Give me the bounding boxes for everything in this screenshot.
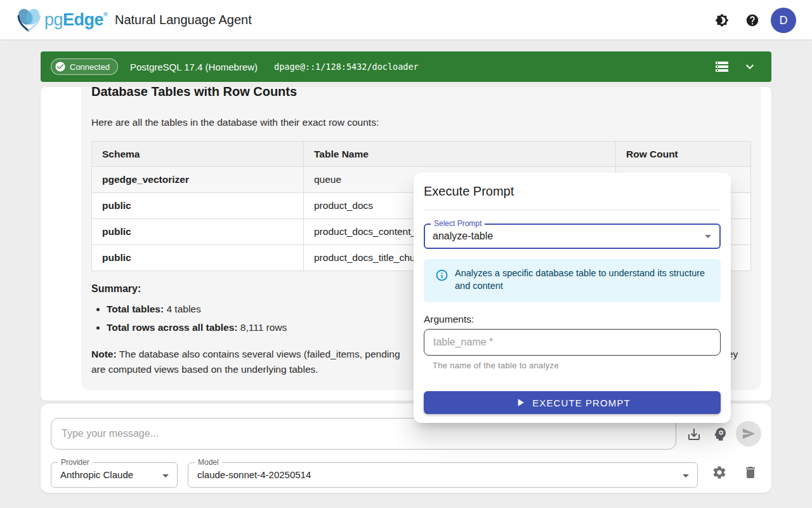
cell-schema: public [92, 219, 304, 245]
storage-icon[interactable] [714, 59, 730, 74]
model-value: claude-sonnet-4-20250514 [197, 463, 311, 487]
select-prompt-dropdown[interactable]: Select Prompt analyze-table [424, 224, 721, 249]
provider-select[interactable]: Provider Anthropic Claude [51, 462, 178, 488]
check-circle-icon [55, 61, 66, 72]
send-icon [742, 427, 756, 441]
dropdown-caret-icon [158, 468, 173, 483]
download-icon[interactable] [686, 427, 702, 442]
connection-string: dpage@::1/128:5432/docloader [274, 62, 419, 72]
message-heading: Database Tables with Row Counts [91, 87, 297, 99]
cell-schema: public [92, 245, 304, 271]
server-version-label: PostgreSQL 17.4 (Homebrew) [130, 62, 258, 72]
column-header-row-count: Row Count [616, 142, 751, 167]
summary-section: Summary: Total tables: 4 tables Total ro… [91, 283, 287, 340]
psychology-icon[interactable] [712, 426, 728, 442]
connection-status-label: Connected [70, 62, 110, 72]
dialog-divider [424, 210, 721, 210]
message-intro: Here are all the tables in the database … [91, 117, 379, 128]
table-name-field[interactable] [424, 329, 721, 356]
summary-title: Summary: [91, 283, 287, 295]
prompt-description-text: Analyzes a specific database table to un… [455, 267, 714, 292]
dropdown-caret-icon [678, 468, 693, 483]
arguments-label: Arguments: [424, 314, 474, 325]
pgedge-logo-text: pgEdge® [44, 10, 107, 30]
dropdown-caret-icon [700, 229, 716, 244]
trash-icon[interactable] [743, 465, 758, 480]
execute-prompt-button[interactable]: EXECUTE PROMPT [424, 391, 721, 414]
avatar[interactable]: D [771, 8, 796, 33]
column-header-schema: Schema [92, 142, 304, 167]
cell-schema: pgedge_vectorizer [92, 167, 304, 193]
pgedge-logo: pgEdge® [15, 6, 107, 34]
chevron-down-icon[interactable] [742, 59, 757, 74]
pgedge-heart-icon [15, 6, 43, 34]
app-header: pgEdge® Natural Language Agent D [0, 0, 812, 40]
provider-value: Anthropic Claude [60, 463, 133, 487]
summary-bullet: Total tables: 4 tables [107, 304, 287, 315]
send-button[interactable] [736, 421, 761, 446]
execute-prompt-dialog: Execute Prompt Select Prompt analyze-tab… [414, 173, 731, 423]
table-name-helper-text: The name of the table to analyze [433, 361, 559, 370]
summary-bullet: Total rows across all tables: 8,111 rows [107, 322, 287, 333]
play-icon [514, 396, 527, 409]
dialog-title: Execute Prompt [424, 184, 514, 199]
info-icon [435, 269, 449, 282]
column-header-table-name: Table Name [304, 142, 616, 167]
page-title: Natural Language Agent [115, 0, 252, 40]
model-select[interactable]: Model claude-sonnet-4-20250514 [188, 462, 698, 488]
cell-schema: public [92, 193, 304, 219]
prompt-description-alert: Analyzes a specific database table to un… [424, 259, 721, 302]
help-icon[interactable] [745, 13, 759, 27]
select-prompt-value: analyze-table [433, 225, 493, 248]
connection-status-badge: Connected [51, 58, 118, 75]
gear-icon[interactable] [712, 465, 727, 480]
connection-bar: Connected PostgreSQL 17.4 (Homebrew) dpa… [41, 51, 771, 82]
table-header-row: Schema Table Name Row Count [92, 142, 751, 167]
dark-mode-toggle-icon[interactable] [715, 13, 729, 27]
